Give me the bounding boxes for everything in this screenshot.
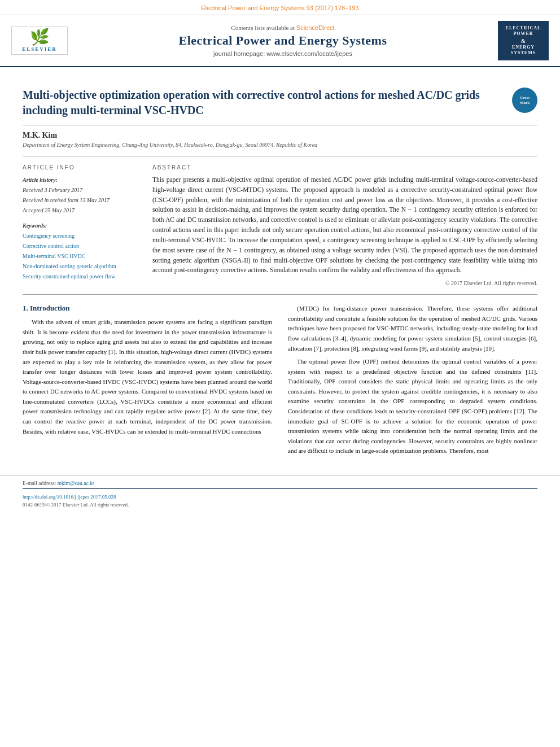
article-info-heading: ARTICLE INFO <box>23 164 135 171</box>
body-para-2: (MTDC) for long-distance power transmiss… <box>288 304 537 353</box>
body-col-left: 1. Introduction With the advent of smart… <box>23 304 272 460</box>
journal-logo-line1: ELECTRICAL <box>506 25 541 31</box>
history-label: Article history: <box>23 175 135 185</box>
crossmark-label: CrossMark <box>520 95 530 105</box>
contents-prefix: Contents lists available at <box>231 24 295 31</box>
body-two-col: 1. Introduction With the advent of smart… <box>23 304 537 460</box>
article-title-section: Multi-objective optimization operation w… <box>23 78 537 125</box>
journal-header-center: Contents lists available at ScienceDirec… <box>73 24 492 57</box>
page-wrapper: Electrical Power and Energy Systems 93 (… <box>0 0 560 513</box>
footer-section: E-mail address: mkim@cau.ac.kr http://dx… <box>0 475 560 513</box>
body-section: 1. Introduction With the advent of smart… <box>23 295 537 460</box>
body-para-3: The optimal power flow (OPF) method dete… <box>288 357 537 456</box>
crossmark-badge: CrossMark <box>512 88 537 113</box>
article-title: Multi-objective optimization operation w… <box>23 88 512 118</box>
journal-title: Electrical Power and Energy Systems <box>73 33 492 48</box>
abstract-col: ABSTRACT This paper presents a multi-obj… <box>152 164 537 286</box>
abstract-heading: ABSTRACT <box>152 164 537 171</box>
homepage-line: journal homepage: www.elsevier.com/locat… <box>73 50 492 57</box>
section1-title: 1. Introduction <box>23 304 272 313</box>
journal-logo-box: ELECTRICAL POWER & ENERGY SYSTEMS <box>498 21 549 60</box>
keyword-2: Corrective control action <box>23 241 135 251</box>
journal-logo-line2: POWER <box>513 31 533 37</box>
homepage-prefix: journal homepage: www.elsevier.com/locat… <box>213 50 352 57</box>
sciencedirect-link[interactable]: ScienceDirect <box>296 24 335 31</box>
body-col-right: (MTDC) for long-distance power transmiss… <box>288 304 537 460</box>
copyright-line: © 2017 Elsevier Ltd. All rights reserved… <box>152 280 537 286</box>
journal-logo-right-area: ELECTRICAL POWER & ENERGY SYSTEMS <box>492 21 549 60</box>
elsevier-label: ELSEVIER <box>22 46 57 52</box>
keyword-3: Multi-terminal VSC HVDC <box>23 251 135 261</box>
footer-text: http://dx.doi.org/10.1016/j.ijepes.2017.… <box>23 493 537 509</box>
top-bar: Electrical Power and Energy Systems 93 (… <box>0 0 560 15</box>
journal-logo-line3: ENERGY <box>512 45 535 50</box>
elsevier-logo-area: 🌿 ELSEVIER <box>11 27 73 55</box>
elsevier-tree-icon: 🌿 <box>30 29 50 45</box>
author-section: M.K. Kim Department of Energy System Eng… <box>23 125 537 150</box>
doi-link[interactable]: http://dx.doi.org/10.1016/j.ijepes.2017.… <box>23 494 116 500</box>
article-info-abstract: ARTICLE INFO Article history: Received 3… <box>23 156 537 295</box>
author-name: M.K. Kim <box>23 131 537 140</box>
keyword-4: Non-dominated sorting genetic algorithm <box>23 261 135 272</box>
keyword-5: Security-constrained optimal power flow <box>23 272 135 282</box>
revised-date: Received in revised form 13 May 2017 <box>23 195 135 206</box>
article-info-col: ARTICLE INFO Article history: Received 3… <box>23 164 135 286</box>
body-col-left-text: With the advent of smart grids, transmis… <box>23 317 272 436</box>
journal-ref: Electrical Power and Energy Systems 93 (… <box>201 5 358 11</box>
article-history: Article history: Received 3 February 201… <box>23 175 135 216</box>
journal-header: 🌿 ELSEVIER Contents lists available at S… <box>0 15 560 67</box>
body-para-1: With the advent of smart grids, transmis… <box>23 317 272 436</box>
abstract-text: This paper presents a multi-objective op… <box>152 175 537 276</box>
contents-line: Contents lists available at ScienceDirec… <box>73 24 492 31</box>
received-date: Received 3 February 2017 <box>23 185 135 195</box>
issn-text: 0142-0615/© 2017 Elsevier Ltd. All right… <box>23 502 129 508</box>
main-content: Multi-objective optimization operation w… <box>0 67 560 471</box>
email-label: E-mail address: <box>23 480 56 486</box>
keywords-label: Keywords: <box>23 222 135 229</box>
journal-logo-ampersand: & <box>521 37 526 45</box>
elsevier-box: 🌿 ELSEVIER <box>11 27 68 55</box>
journal-logo-line4: SYSTEMS <box>511 50 536 56</box>
footer-email: E-mail address: mkim@cau.ac.kr <box>23 480 537 486</box>
body-col-right-text: (MTDC) for long-distance power transmiss… <box>288 304 537 456</box>
accepted-date: Accepted 25 May 2017 <box>23 206 135 216</box>
email-link[interactable]: mkim@cau.ac.kr <box>58 480 94 486</box>
keywords-section: Keywords: Contingency screening Correcti… <box>23 222 135 282</box>
footer-divider <box>23 488 537 489</box>
author-affiliation: Department of Energy System Engineering,… <box>23 142 537 148</box>
keyword-1: Contingency screening <box>23 231 135 241</box>
